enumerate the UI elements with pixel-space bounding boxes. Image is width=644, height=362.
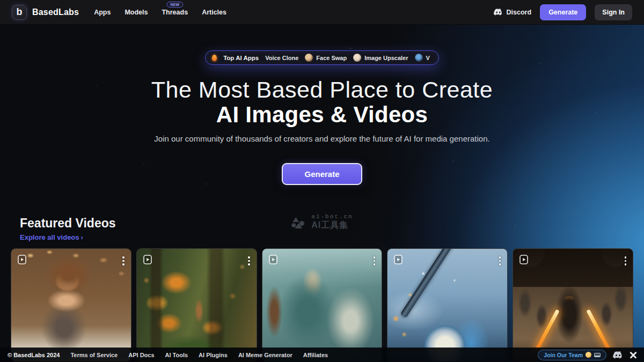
pill-app-voice-clone[interactable]: Voice Clone xyxy=(265,55,298,61)
flaming-sword-right-decoration xyxy=(586,309,611,352)
hero-subtitle: Join our community of thousands of creat… xyxy=(0,134,644,143)
thumbnail-autumn-bonsai xyxy=(137,249,257,361)
basedlabs-landing-page: b BasedLabs Apps Models NEWThreads Artic… xyxy=(0,0,644,362)
video-card-sea-elf[interactable] xyxy=(262,248,383,362)
flaming-sword-left-decoration xyxy=(535,309,560,352)
video-file-icon xyxy=(268,254,279,265)
thumbnail-flaming-demon xyxy=(513,249,633,361)
top-ai-apps-label: Top AI Apps xyxy=(223,55,259,61)
video-file-icon xyxy=(393,254,404,265)
nav-item-apps[interactable]: Apps xyxy=(94,9,111,16)
footer-link-affiliates[interactable]: Affiliates xyxy=(303,352,328,358)
generate-button-nav[interactable]: Generate xyxy=(540,4,586,20)
discord-icon-footer[interactable] xyxy=(613,351,623,359)
chevron-right-icon: › xyxy=(81,233,83,241)
hero-section: Top AI Apps Voice Clone Face Swap Image … xyxy=(0,25,644,185)
footer: © BasedLabs 2024 Terms of Service API Do… xyxy=(0,348,644,362)
thumbnail-electric-golf xyxy=(387,249,507,361)
video-file-icon xyxy=(518,254,529,265)
navbar-actions: Discord Generate Sign In xyxy=(494,4,632,20)
pill-app-video[interactable]: V xyxy=(415,54,430,62)
kebab-menu-icon[interactable] xyxy=(497,254,503,268)
watermark-domain: ai-bot.cn xyxy=(311,213,353,220)
signin-button[interactable]: Sign In xyxy=(595,4,632,20)
thumbnail-glamour-portrait xyxy=(11,249,131,361)
video-card-glamour-portrait[interactable] xyxy=(11,248,131,362)
footer-link-terms[interactable]: Terms of Service xyxy=(70,352,118,358)
discord-label: Discord xyxy=(507,9,532,16)
footer-link-ai-tools[interactable]: AI Tools xyxy=(165,352,188,358)
kebab-menu-icon[interactable] xyxy=(246,254,252,268)
video-file-icon xyxy=(17,254,27,265)
image-upscaler-avatar xyxy=(353,54,361,62)
nav-item-threads[interactable]: NEWThreads xyxy=(162,9,188,16)
kebab-menu-icon[interactable] xyxy=(623,254,629,268)
golf-cue-decoration xyxy=(400,248,464,319)
pill-app-face-swap[interactable]: Face Swap xyxy=(305,54,347,62)
flame-icon xyxy=(212,55,217,61)
join-our-team-button[interactable]: Join Our Team xyxy=(538,350,606,360)
discord-link[interactable]: Discord xyxy=(494,9,532,16)
thumbnail-sea-elf xyxy=(262,249,382,361)
watermark-cn-name: AI工具集 xyxy=(311,220,353,231)
new-badge: NEW xyxy=(166,2,183,8)
top-ai-apps-pill[interactable]: Top AI Apps Voice Clone Face Swap Image … xyxy=(205,50,439,65)
copyright: © BasedLabs 2024 xyxy=(8,352,60,358)
footer-link-meme-generator[interactable]: AI Meme Generator xyxy=(238,352,292,358)
brand-name[interactable]: BasedLabs xyxy=(32,8,79,17)
footer-link-ai-plugins[interactable]: AI Plugins xyxy=(199,352,228,358)
dungeon-arch-decoration xyxy=(513,249,633,287)
footer-link-api-docs[interactable]: API Docs xyxy=(128,352,154,358)
featured-videos-header: Featured Videos Explore all videos› xyxy=(20,216,116,241)
hero-title-line1: The Most Based Place to Create xyxy=(0,78,644,102)
face-swap-avatar xyxy=(305,54,313,62)
navbar: b BasedLabs Apps Models NEWThreads Artic… xyxy=(0,0,644,25)
ai-bot-logo-icon xyxy=(291,216,307,229)
pill-app-image-upscaler[interactable]: Image Upscaler xyxy=(353,54,408,62)
generate-button-hero[interactable]: Generate xyxy=(282,163,362,185)
video-card-autumn-bonsai[interactable] xyxy=(136,248,257,362)
featured-videos-title: Featured Videos xyxy=(20,216,116,231)
nav-item-articles[interactable]: Articles xyxy=(202,9,226,16)
featured-videos-grid xyxy=(11,248,633,362)
discord-icon xyxy=(494,9,503,16)
ai-bot-watermark: ai-bot.cn AI工具集 xyxy=(291,213,353,231)
kebab-menu-icon[interactable] xyxy=(371,254,378,268)
laptop-emoji-icon xyxy=(594,353,601,357)
basedlabs-logo[interactable]: b xyxy=(12,5,27,20)
hero-title-line2: AI Images & Videos xyxy=(0,102,644,127)
explore-all-videos-link[interactable]: Explore all videos› xyxy=(20,233,116,241)
footer-right-cluster: Join Our Team xyxy=(538,350,636,360)
kebab-menu-icon[interactable] xyxy=(120,254,127,268)
video-card-flaming-demon[interactable] xyxy=(513,248,633,362)
logo-glyph: b xyxy=(17,6,23,18)
video-file-icon xyxy=(142,254,153,265)
x-twitter-icon[interactable] xyxy=(630,351,636,358)
technologist-emoji-icon xyxy=(586,352,591,358)
video-app-avatar xyxy=(415,54,423,62)
nav-item-models[interactable]: Models xyxy=(125,9,148,16)
primary-nav: Apps Models NEWThreads Articles xyxy=(94,9,226,16)
video-card-electric-golf[interactable] xyxy=(387,248,508,362)
